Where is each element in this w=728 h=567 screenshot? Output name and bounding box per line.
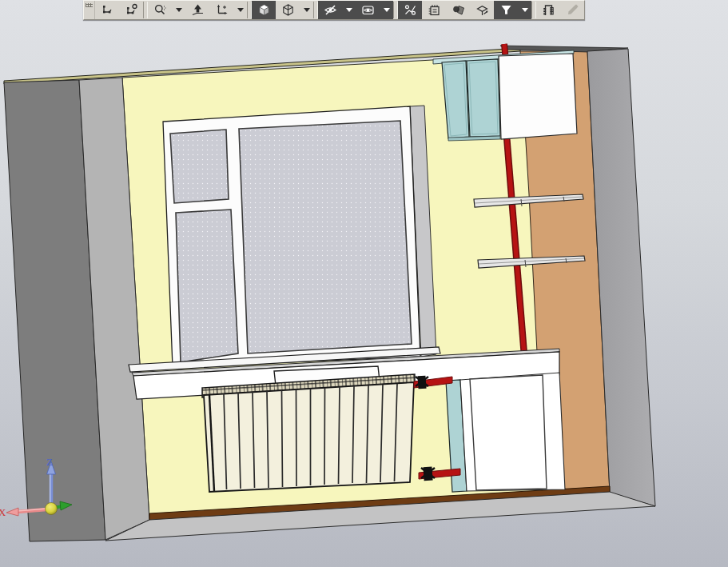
sketch-context-icon (125, 3, 138, 17)
sketch-context-button[interactable] (119, 1, 143, 19)
window-pane-tall[interactable] (176, 210, 238, 362)
chevron-down-icon (176, 8, 182, 12)
eye-slash-icon (324, 3, 337, 17)
section-line-icon (404, 3, 417, 17)
arrow-up-icon (191, 3, 205, 17)
eye-box-icon (361, 3, 375, 17)
magnified-selection-button[interactable] (148, 1, 172, 19)
viewport-3d[interactable]: Z X (0, 0, 728, 567)
radiator[interactable] (202, 374, 415, 492)
annotation-pad-button[interactable] (422, 1, 446, 19)
show-items-button[interactable] (356, 1, 380, 19)
toolbar-grip[interactable] (84, 1, 95, 19)
display-style-dropdown[interactable] (300, 1, 313, 19)
base-cabinet[interactable] (446, 373, 565, 492)
chevron-down-icon (304, 8, 310, 12)
annotation-pad-icon (428, 3, 441, 17)
scene-box-icon (475, 3, 489, 17)
base-cabinet-door[interactable] (470, 375, 547, 490)
magnifier-icon (153, 3, 167, 17)
window[interactable] (163, 106, 436, 367)
chevron-down-icon (237, 8, 244, 12)
appearance-icon (452, 3, 465, 17)
view-filter-button[interactable] (494, 1, 518, 19)
section-view-button[interactable] (398, 1, 422, 19)
hide-items-button[interactable] (318, 1, 342, 19)
grip-dots-icon (86, 3, 93, 7)
edit-appearance-button[interactable] (446, 1, 470, 19)
view-filter-dropdown[interactable] (518, 1, 531, 19)
chevron-down-icon (346, 8, 352, 12)
measure-gauge-button[interactable] (536, 1, 560, 19)
display-style-shaded-button[interactable] (252, 1, 276, 19)
filter-funnel-icon (499, 3, 513, 17)
eyedropper-icon (566, 3, 579, 17)
view-orientation-dropdown[interactable] (233, 1, 247, 19)
measure-gauge-icon (542, 3, 555, 17)
show-items-dropdown[interactable] (380, 1, 393, 19)
triad-axes-icon (215, 3, 229, 17)
wireframe-cube-icon (281, 3, 295, 17)
eyedropper-button[interactable] (560, 1, 584, 19)
triad-x-label: X (0, 506, 6, 518)
chevron-down-icon (522, 8, 528, 12)
wall-cabinet[interactable] (433, 50, 577, 141)
display-style-wireframe-button[interactable] (276, 1, 300, 19)
wall-cabinet-white-door[interactable] (499, 54, 577, 139)
apply-scene-button[interactable] (470, 1, 494, 19)
sketch-icon (101, 3, 114, 17)
triad-origin (46, 503, 58, 515)
window-pane-large[interactable] (239, 121, 412, 353)
shaded-cube-icon (257, 3, 271, 17)
magnified-selection-dropdown[interactable] (172, 1, 185, 19)
heads-up-view-toolbar (83, 0, 585, 20)
triad-x-arrow (6, 508, 18, 516)
hide-items-dropdown[interactable] (342, 1, 356, 19)
chevron-down-icon (384, 8, 390, 12)
sketch-button[interactable] (95, 1, 119, 19)
window-pane-small[interactable] (170, 130, 229, 203)
view-up-arrow-button[interactable] (185, 1, 209, 19)
triad-z-label: Z (46, 456, 53, 468)
view-orientation-axes-button[interactable] (209, 1, 233, 19)
